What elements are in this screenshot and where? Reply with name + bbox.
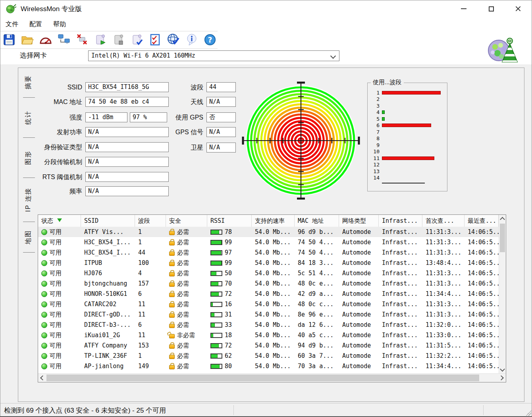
lock-icon <box>169 231 175 235</box>
start-log-button[interactable] <box>93 32 108 48</box>
table-row[interactable]: 可用H3C_BX54_I...1必需9954.0 Mb...74 50 4...… <box>38 237 499 247</box>
web-button[interactable] <box>166 32 181 48</box>
verify-log-button[interactable] <box>129 32 144 48</box>
cell-rssi: 18 <box>207 332 252 339</box>
lock-icon <box>169 313 175 318</box>
column-header-infrastructure[interactable]: Infrast... <box>379 215 422 227</box>
close-button[interactable] <box>510 2 526 15</box>
channel-row: 14 <box>368 176 380 180</box>
save-button[interactable] <box>2 32 16 48</box>
chevron-right-icon <box>499 375 504 380</box>
cell-rate: 54.0 Mb... <box>252 352 295 359</box>
cell-rssi: 80 <box>207 363 252 370</box>
cell-rate: 54.0 Mb... <box>252 301 295 308</box>
column-header-mac[interactable]: MAC 地址 <box>295 215 339 227</box>
table-row[interactable]: 可用HJ0764必需5054.0 Mb...5c 51 4...Automode… <box>38 268 499 278</box>
table-row[interactable]: 可用TP-LINK_236F1必需6254.0 Mb...60 3a 7...A… <box>38 351 499 361</box>
cell-rssi: 31 <box>207 311 252 318</box>
table-row[interactable]: 可用CATARC20211必需1654.0 Mb...48 0c c...Aut… <box>38 299 499 309</box>
sidebar-tab-1[interactable]: 统计 <box>18 100 38 135</box>
menu-item-0[interactable]: 文件 <box>6 20 18 29</box>
vertical-scroll-thumb[interactable] <box>500 224 505 252</box>
cell-rssi: 99 <box>207 259 252 266</box>
rssi-bar <box>210 322 222 328</box>
horizontal-scrollbar[interactable] <box>38 373 506 382</box>
connect-button[interactable] <box>56 32 71 48</box>
info-button[interactable] <box>184 32 199 48</box>
channel-row: 12 <box>368 162 380 167</box>
detail-field: N/A <box>206 127 236 137</box>
disconnect-button[interactable] <box>75 32 89 48</box>
column-header-status[interactable]: 状态 <box>38 215 81 227</box>
sidebar-tabs: 摘要统计图形IP 连接地图 <box>18 70 38 255</box>
open-button[interactable] <box>20 32 35 48</box>
cell-mac: 74 50 4... <box>295 249 339 256</box>
cell-rssi: 50 <box>207 270 252 277</box>
cell-channel: 1 <box>135 239 166 246</box>
column-header-network_type[interactable]: 网络类型 <box>339 215 379 227</box>
channel-label: 13 <box>368 168 380 174</box>
horizontal-scroll-thumb[interactable] <box>46 375 479 381</box>
scroll-down-button[interactable] <box>499 366 506 374</box>
channel-row: 4 <box>368 110 385 115</box>
table-row[interactable]: 可用ATFY Company153必需7254.0 Mb...94 d9 b..… <box>38 340 499 351</box>
cell-rate: 54.0 Mb... <box>252 239 295 246</box>
scroll-right-button[interactable] <box>498 374 506 382</box>
resize-grip[interactable] <box>526 410 531 416</box>
cell-rssi: 97 <box>207 249 252 256</box>
cell-ssid: H3C_BX54_I... <box>81 249 135 256</box>
rssi-bar-fill <box>211 323 215 327</box>
rate-button[interactable] <box>38 32 53 48</box>
scroll-up-button[interactable] <box>499 215 506 222</box>
table-row[interactable]: 可用iKuai01_2G11非必需1854.0 Mb...40 a5 c...A… <box>38 330 499 340</box>
column-header-label: 支持的速率 <box>255 217 285 225</box>
column-header-label: 安全 <box>169 217 181 225</box>
tab-separator <box>23 222 35 222</box>
table-row[interactable]: 可用ITPUB100必需9954.0 Mb...84 18 3...Automo… <box>38 258 499 268</box>
table-row[interactable]: 可用HONOR-510KG16必需7254.0 Mb...42 d9 a...A… <box>38 289 499 299</box>
table-row[interactable]: 可用ATFY Vis...1必需7854.0 Mb...96 d9 b...Au… <box>38 227 499 237</box>
channel-label: 14 <box>368 175 380 181</box>
adapter-select[interactable]: Intel(R) Wi-Fi 6 AX201 160MHz <box>88 50 339 61</box>
status-text: 检测到 69 个接入点 (63 安全 - 6 未知安全) - 25 个可用 <box>4 406 166 415</box>
status-separator <box>483 405 484 415</box>
minimize-button[interactable] <box>456 2 472 15</box>
menu-item-1[interactable]: 配置 <box>29 20 42 29</box>
column-header-ssid[interactable]: SSID <box>81 215 135 227</box>
table-row[interactable]: 可用AP-jianlong149必需8054.0 Mb...70 3a a...… <box>38 361 499 371</box>
column-header-rate[interactable]: 支持的速率 <box>252 215 295 227</box>
column-header-security[interactable]: 安全 <box>166 215 207 227</box>
rssi-bar <box>210 353 222 359</box>
cell-first_seen: 11:31:5... <box>422 342 465 349</box>
checklist-button[interactable] <box>148 32 162 48</box>
menu-item-2[interactable]: 帮助 <box>53 20 66 29</box>
rssi-bar <box>210 302 222 307</box>
cell-security: 必需 <box>166 301 207 308</box>
sidebar-tab-4[interactable]: 地图 <box>18 225 38 249</box>
table-row[interactable]: 可用bjtongchuang157必需7054.0 Mb...48 0c e..… <box>38 278 499 289</box>
column-header-first_seen[interactable]: 首次查... <box>422 215 465 227</box>
status-available-icon <box>41 343 47 349</box>
column-header-channel[interactable]: 波段 <box>135 215 166 227</box>
sidebar-tab-3[interactable]: IP 连接 <box>18 181 38 219</box>
channel-row: 8 <box>368 136 380 141</box>
table-row[interactable]: 可用H3C_BX54_I...44必需9754.0 Mb...74 50 4..… <box>38 247 499 258</box>
column-header-rssi[interactable]: RSSI <box>207 215 252 227</box>
save-icon <box>2 33 16 46</box>
vertical-scrollbar[interactable] <box>499 215 506 374</box>
close-icon <box>515 6 521 12</box>
scroll-left-button[interactable] <box>38 374 46 382</box>
stop-log-button[interactable] <box>111 32 126 48</box>
rssi-bar-fill <box>211 354 218 358</box>
cell-ssid: HONOR-510KG1 <box>81 290 135 297</box>
sidebar-tab-0[interactable]: 摘要 <box>18 70 38 95</box>
detail-field: N/A <box>206 143 236 153</box>
table-row[interactable]: 可用DIRECT-b3-...6必需3354.0 Mb...da 12 6...… <box>38 320 499 330</box>
maximize-button[interactable] <box>483 2 499 15</box>
cell-mac: 8e 96 e... <box>295 311 339 318</box>
table-row[interactable]: 可用DIRECT-gOD...11必需3154.0 Mb...8e 96 e..… <box>38 309 499 320</box>
cell-channel: 11 <box>135 332 166 339</box>
column-header-last_seen[interactable]: 最近查... <box>465 215 499 227</box>
sidebar-tab-2[interactable]: 图形 <box>18 141 38 175</box>
help-button[interactable]: ? <box>202 32 217 48</box>
